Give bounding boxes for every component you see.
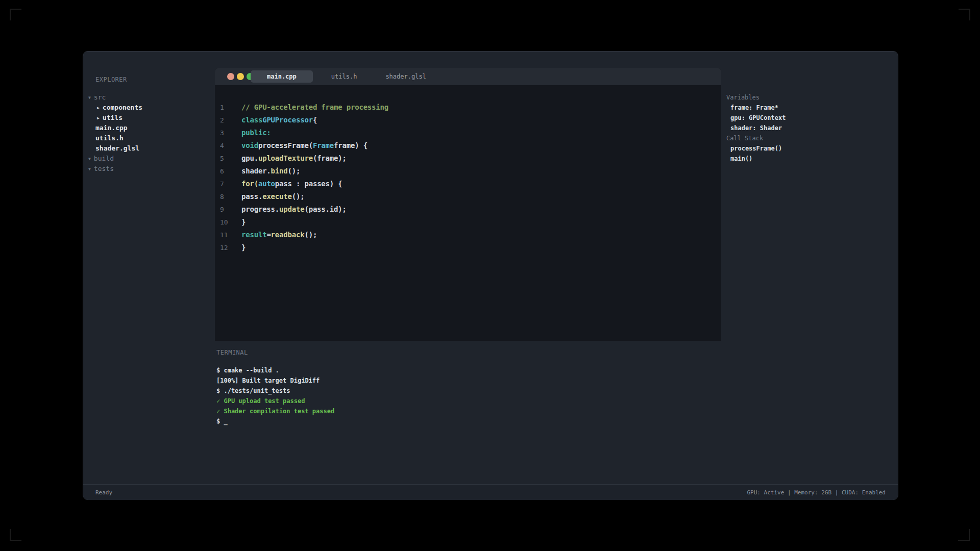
code-token-type: Frame [313,141,334,149]
terminal-line: ✓ Shader compilation test passed [216,406,334,416]
chevron-down-icon: ▼ [88,154,91,164]
tree-item-label: main.cpp [95,124,128,132]
code-line: 1// GPU-accelerated frame processing [215,101,721,114]
code-line: 11result=readback(); [215,229,721,241]
code-text: public: [241,127,271,139]
code-token-plain: (); [304,231,317,239]
line-number: 4 [220,139,224,152]
terminal-title: TERMINAL [216,348,248,357]
debug-item-processframe[interactable]: processFrame() [721,143,898,154]
tree-folder-tests[interactable]: ▼tests [83,164,214,174]
tree-folder-utils[interactable]: ▶utils [83,113,214,123]
line-number: 9 [220,203,224,216]
file-tree: ▼src▶components▶utilsmain.cpputils.hshad… [83,92,214,174]
window-controls [227,73,254,80]
code-token-comment: // GPU-accelerated frame processing [241,103,388,111]
tab-main-cpp[interactable]: main.cpp [251,70,313,83]
code-line: 5gpu.uploadTexture(frame); [215,152,721,165]
code-line: 7for(autopass : passes) { [215,178,721,190]
line-number: 12 [220,241,228,254]
debug-item-shader-shader[interactable]: shader: Shader [721,123,898,133]
tree-file-main-cpp[interactable]: main.cpp [83,123,214,133]
line-number: 5 [220,152,224,165]
code-token-plain: progress. [241,205,279,213]
explorer-title: EXPLORER [95,76,127,84]
debug-item-main[interactable]: main() [721,154,898,164]
code-token-plain: { [313,116,317,124]
code-text: gpu.uploadTexture(frame); [241,152,347,165]
status-bar: Ready GPU: Active | Memory: 2GB | CUDA: … [83,484,898,500]
code-editor[interactable]: 1// GPU-accelerated frame processing2cla… [215,101,721,254]
tree-folder-components[interactable]: ▶components [83,103,214,113]
tree-item-label: tests [94,165,114,172]
corner-mark-top-right [959,9,970,20]
corner-mark-bottom-left [10,529,21,541]
close-button[interactable] [227,73,234,80]
code-line: 10} [215,216,721,229]
code-line: 3public: [215,127,721,139]
code-line: 8pass.execute(); [215,190,721,203]
line-number: 1 [220,101,224,114]
tab-utils-h[interactable]: utils.h [321,70,368,83]
code-token-fn: execute [262,192,292,201]
line-number: 6 [220,165,224,178]
tree-item-label: src [94,93,106,101]
tab-shader-glsl[interactable]: shader.glsl [375,70,436,83]
chevron-down-icon: ▼ [88,164,91,174]
debug-item-frame-frame[interactable]: frame: Frame* [721,103,898,113]
line-number: 3 [220,127,224,139]
corner-mark-top-left [10,9,21,20]
code-token-plain: (frame); [313,154,347,162]
code-token-plain: gpu. [241,154,258,162]
code-token-kw: void [241,141,258,149]
code-token-kw: public: [241,129,271,137]
tree-item-label: build [94,155,114,162]
debug-body: Variablesframe: Frame*gpu: GPUContextsha… [721,92,898,164]
tab-bar: main.cpputils.hshader.glsl [215,68,721,85]
line-number: 7 [220,178,224,190]
tree-file-shader-glsl[interactable]: shader.glsl [83,143,214,154]
terminal-line: [100%] Built target DigiDiff [216,375,334,386]
terminal-line: $ _ [216,416,334,427]
terminal-output[interactable]: $ cmake --build .[100%] Built target Dig… [216,365,334,427]
code-text: classGPUProcessor{ [241,114,317,127]
code-text: } [241,216,246,229]
code-text: } [241,241,246,254]
status-ready: Ready [95,489,112,496]
terminal-line: $ ./tests/unit_tests [216,386,334,396]
status-gpu-info: GPU: Active | Memory: 2GB | CUDA: Enable… [747,489,886,496]
minimize-button[interactable] [237,73,244,80]
code-token-fn: readback [271,231,305,239]
code-token-fn: bind [271,167,288,175]
code-token-type: auto [258,180,275,188]
code-text: voidprocessFrame(Frameframe) { [241,139,368,152]
code-token-kw: class [241,116,262,124]
code-token-plain: shader. [241,167,271,175]
code-text: progress.update(pass.id); [241,203,347,216]
code-token-fn: uploadTexture [258,154,313,162]
code-token-plain: pass. [241,192,262,201]
code-line: 4voidprocessFrame(Frameframe) { [215,139,721,152]
code-token-plain: frame) { [334,141,368,149]
code-line: 2classGPUProcessor{ [215,114,721,127]
code-token-plain: processFrame( [258,141,313,149]
code-token-plain: (); [288,167,301,175]
line-number: 2 [220,114,224,127]
chevron-right-icon: ▶ [97,103,100,113]
tree-item-label: shader.glsl [95,144,139,152]
debug-section-header-call-stack: Call Stack [721,133,898,143]
tree-folder-src[interactable]: ▼src [83,92,214,103]
tree-folder-build[interactable]: ▼build [83,154,214,164]
code-editor-panel: main.cpputils.hshader.glsl 1// GPU-accel… [215,68,721,341]
terminal-line: ✓ GPU upload test passed [216,396,334,406]
code-text: for(autopass : passes) { [241,178,342,190]
debug-item-gpu-gpucontext[interactable]: gpu: GPUContext [721,113,898,123]
code-line: 6shader.bind(); [215,165,721,178]
tree-file-utils-h[interactable]: utils.h [83,133,214,143]
terminal-line: $ cmake --build . [216,365,334,375]
code-token-plain: } [241,218,246,226]
code-text: shader.bind(); [241,165,300,178]
code-text: pass.execute(); [241,190,304,203]
code-token-plain: pass : passes) { [275,180,342,188]
editor-tabs: main.cpputils.hshader.glsl [251,70,436,83]
